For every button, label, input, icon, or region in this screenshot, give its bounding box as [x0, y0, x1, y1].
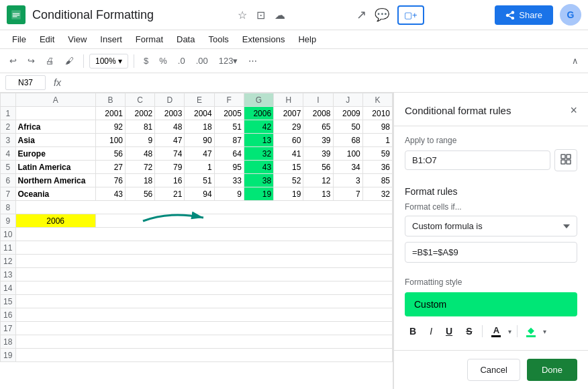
cell-E7[interactable]: 94 [185, 187, 214, 201]
col-header-H[interactable]: H [274, 93, 303, 107]
cell-F5[interactable]: 95 [214, 161, 244, 174]
cell-A1[interactable] [15, 107, 95, 120]
paintformat-button[interactable]: 🖌 [61, 53, 78, 69]
cell-D4[interactable]: 74 [155, 147, 185, 161]
redo-button[interactable]: ↪ [23, 53, 39, 69]
cell-D3[interactable]: 47 [155, 134, 185, 147]
fill-color-chevron[interactable]: ▾ [543, 328, 546, 335]
cell-G7[interactable]: 19 [244, 187, 273, 201]
fill-color-button[interactable]: ◆ [523, 324, 539, 339]
cell-K5[interactable]: 36 [362, 161, 392, 174]
cell-J4[interactable]: 100 [333, 147, 362, 161]
col-header-K[interactable]: K [362, 93, 392, 107]
strikethrough-format-button[interactable]: S [461, 323, 477, 339]
cell-I1[interactable]: 2008 [303, 107, 333, 120]
col-header-A[interactable]: A [15, 93, 95, 107]
star-icon[interactable]: ☆ [238, 9, 247, 21]
cell-G3[interactable]: 13 [244, 134, 273, 147]
range-grid-button[interactable] [554, 149, 577, 171]
cell-C6[interactable]: 18 [126, 174, 155, 187]
cell-K2[interactable]: 98 [362, 120, 392, 134]
cell-E6[interactable]: 51 [185, 174, 214, 187]
cell-K7[interactable]: 32 [362, 187, 392, 201]
cell-A3[interactable]: Asia [15, 134, 95, 147]
menu-data[interactable]: Data [171, 32, 200, 47]
cloud-icon[interactable]: ☁ [275, 9, 285, 21]
cell-E5[interactable]: 1 [185, 161, 214, 174]
menu-help[interactable]: Help [293, 32, 322, 47]
menu-extensions[interactable]: Extensions [237, 32, 291, 47]
cell-J1[interactable]: 2009 [333, 107, 362, 120]
menu-file[interactable]: File [7, 32, 32, 47]
cell-K1[interactable]: 2010 [362, 107, 392, 120]
cell-H4[interactable]: 41 [274, 147, 303, 161]
cell-B4[interactable]: 56 [95, 147, 125, 161]
cell-G1[interactable]: 2006 [244, 107, 273, 120]
cell-E3[interactable]: 90 [185, 134, 214, 147]
decimal-less-button[interactable]: .0 [174, 53, 189, 69]
cell-B5[interactable]: 27 [95, 161, 125, 174]
cell-F6[interactable]: 33 [214, 174, 244, 187]
cell-B6[interactable]: 76 [95, 174, 125, 187]
underline-format-button[interactable]: U [441, 323, 457, 339]
more-formats-button[interactable]: 123▾ [215, 53, 242, 69]
cell-E4[interactable]: 47 [185, 147, 214, 161]
cell-A5[interactable]: Latin America [15, 161, 95, 174]
cell-B2[interactable]: 92 [95, 120, 125, 134]
range-input[interactable] [405, 150, 550, 170]
cell-F7[interactable]: 9 [214, 187, 244, 201]
col-header-D[interactable]: D [155, 93, 185, 107]
plus-button[interactable]: ▢+ [397, 5, 424, 25]
cell-B9[interactable] [95, 214, 392, 228]
done-button[interactable]: Done [527, 359, 577, 381]
menu-tools[interactable]: Tools [203, 32, 234, 47]
cell-C2[interactable]: 81 [126, 120, 155, 134]
cell-D1[interactable]: 2003 [155, 107, 185, 120]
cell-F3[interactable]: 87 [214, 134, 244, 147]
cell-J7[interactable]: 7 [333, 187, 362, 201]
cancel-button[interactable]: Cancel [467, 359, 520, 381]
cell-K4[interactable]: 59 [362, 147, 392, 161]
cell-G6[interactable]: 38 [244, 174, 273, 187]
cell-K3[interactable]: 1 [362, 134, 392, 147]
undo-button[interactable]: ↩ [5, 53, 21, 69]
cell-C3[interactable]: 9 [126, 134, 155, 147]
cell-C1[interactable]: 2002 [126, 107, 155, 120]
format-condition-dropdown[interactable]: Custom formula is [405, 216, 577, 236]
cell-H7[interactable]: 19 [274, 187, 303, 201]
decimal-more-button[interactable]: .00 [192, 53, 212, 69]
menu-edit[interactable]: Edit [34, 32, 60, 47]
cell-F2[interactable]: 51 [214, 120, 244, 134]
cell-J5[interactable]: 34 [333, 161, 362, 174]
cell-I4[interactable]: 39 [303, 147, 333, 161]
cell-G5[interactable]: 43 [244, 161, 273, 174]
print-button[interactable]: 🖨 [42, 53, 58, 69]
spreadsheet[interactable]: A B C D E F G H I J K 1 2001 [0, 93, 393, 389]
menu-view[interactable]: View [62, 32, 92, 47]
col-header-G[interactable]: G [244, 93, 273, 107]
cell-A6[interactable]: Northern America [15, 174, 95, 187]
cell-J2[interactable]: 50 [333, 120, 362, 134]
menu-insert[interactable]: Insert [95, 32, 128, 47]
currency-button[interactable]: $ [140, 53, 152, 69]
cell-A9[interactable]: 2006 [15, 214, 95, 228]
cell-D2[interactable]: 48 [155, 120, 185, 134]
cell-I2[interactable]: 65 [303, 120, 333, 134]
cell-E2[interactable]: 18 [185, 120, 214, 134]
menu-format[interactable]: Format [130, 32, 168, 47]
italic-format-button[interactable]: I [425, 323, 437, 339]
col-header-F[interactable]: F [214, 93, 244, 107]
cell-I6[interactable]: 12 [303, 174, 333, 187]
cell-A4[interactable]: Europe [15, 147, 95, 161]
formula-input[interactable] [405, 242, 577, 263]
col-header-E[interactable]: E [185, 93, 214, 107]
cell-J6[interactable]: 3 [333, 174, 362, 187]
cell-D6[interactable]: 16 [155, 174, 185, 187]
cell-K6[interactable]: 85 [362, 174, 392, 187]
cell-B1[interactable]: 2001 [95, 107, 125, 120]
more-toolbar-button[interactable]: ⋯ [244, 53, 261, 69]
chat-icon[interactable]: 💬 [375, 7, 389, 22]
cell-D7[interactable]: 21 [155, 187, 185, 201]
cell-F4[interactable]: 64 [214, 147, 244, 161]
collapse-toolbar-button[interactable]: ∧ [568, 53, 583, 69]
